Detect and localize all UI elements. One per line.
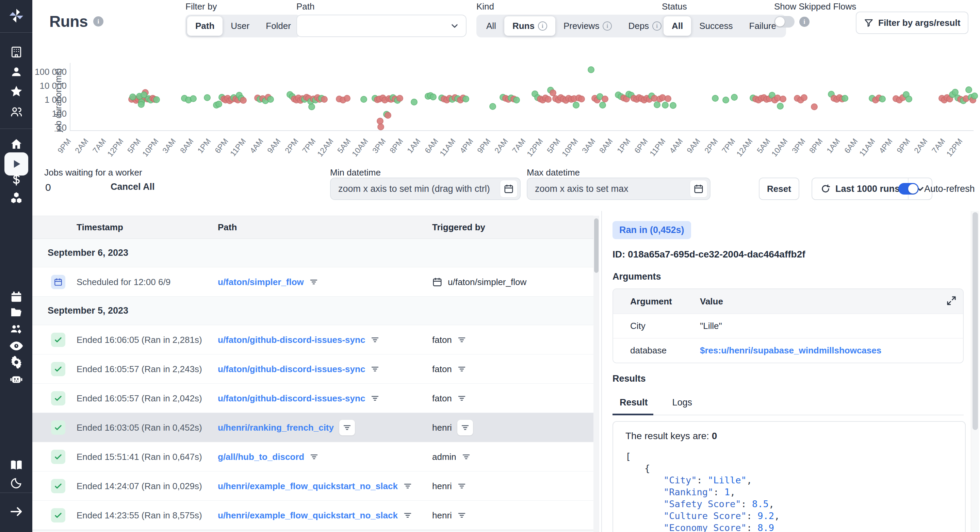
success-run-dot[interactable] bbox=[573, 102, 579, 108]
sidebar-item-user-groups[interactable] bbox=[0, 104, 32, 120]
triggered-by-filter-button[interactable] bbox=[457, 482, 466, 491]
success-run-dot[interactable] bbox=[153, 96, 160, 103]
success-run-dot[interactable] bbox=[430, 94, 437, 100]
sidebar-item-schedules[interactable] bbox=[0, 289, 32, 305]
cancel-all-button[interactable]: Cancel All bbox=[111, 182, 155, 192]
failure-run-dot[interactable] bbox=[321, 96, 328, 103]
success-run-dot[interactable] bbox=[731, 94, 738, 101]
success-run-dot[interactable] bbox=[722, 97, 729, 103]
success-run-dot[interactable] bbox=[308, 103, 315, 110]
filter-lines-icon[interactable] bbox=[457, 511, 466, 520]
success-run-dot[interactable] bbox=[966, 86, 972, 93]
failure-run-dot[interactable] bbox=[377, 124, 384, 130]
run-path-link[interactable]: u/henri/example_flow_quickstart_no_slack bbox=[218, 481, 398, 492]
failure-run-dot[interactable] bbox=[385, 112, 391, 119]
auto-refresh-toggle[interactable] bbox=[898, 183, 919, 195]
failure-run-dot[interactable] bbox=[396, 95, 403, 102]
failure-run-dot[interactable] bbox=[240, 97, 247, 104]
sidebar-item-star[interactable] bbox=[0, 83, 32, 100]
last-runs-button[interactable]: Last 1000 runs bbox=[812, 178, 908, 199]
filter-lines-icon[interactable] bbox=[461, 423, 469, 432]
filter-by-option-folder[interactable]: Folder bbox=[258, 16, 299, 36]
failure-run-dot[interactable] bbox=[780, 95, 786, 102]
show-skipped-info-icon[interactable]: i bbox=[799, 17, 810, 27]
path-filter-button[interactable] bbox=[403, 482, 412, 491]
run-path-link[interactable]: g/all/hub_to_discord bbox=[218, 452, 304, 462]
panel-scrollbar-thumb[interactable] bbox=[972, 212, 978, 430]
success-run-dot[interactable] bbox=[138, 101, 145, 108]
success-run-dot[interactable] bbox=[190, 95, 197, 102]
status-option-success[interactable]: Success bbox=[691, 16, 741, 36]
tab-result[interactable]: Result bbox=[617, 395, 650, 414]
min-datetime-calendar-button[interactable] bbox=[500, 180, 517, 198]
path-filter-button[interactable] bbox=[309, 278, 318, 286]
triggered-by-filter-button[interactable] bbox=[457, 511, 466, 520]
success-run-dot[interactable] bbox=[879, 95, 886, 102]
failure-run-dot[interactable] bbox=[578, 95, 585, 102]
tab-logs[interactable]: Logs bbox=[670, 395, 695, 414]
success-run-dot[interactable] bbox=[971, 92, 978, 99]
success-run-dot[interactable] bbox=[842, 95, 848, 102]
sidebar-item-workspace[interactable] bbox=[0, 44, 32, 60]
triggered-by-filter-button[interactable] bbox=[457, 365, 466, 373]
failure-run-dot[interactable] bbox=[665, 95, 671, 102]
success-run-dot[interactable] bbox=[712, 95, 719, 102]
run-row[interactable]: Ended 15:51:41 (Ran in 0,647s)g/all/hub_… bbox=[32, 442, 593, 472]
runs-kind-info-icon[interactable]: i bbox=[538, 21, 547, 31]
windmill-logo-icon[interactable] bbox=[0, 8, 32, 24]
run-path-link[interactable]: u/henri/example_flow_quickstart_no_slack bbox=[218, 510, 398, 521]
status-option-all[interactable]: All bbox=[663, 16, 691, 36]
sidebar-item-home[interactable] bbox=[0, 136, 32, 152]
success-run-dot[interactable] bbox=[588, 66, 595, 73]
success-run-dot[interactable] bbox=[267, 96, 274, 103]
max-datetime-calendar-button[interactable] bbox=[690, 180, 708, 198]
filter-lines-icon[interactable] bbox=[457, 365, 466, 373]
filter-by-args-result-button[interactable]: Filter by args/result bbox=[856, 11, 969, 34]
chart-plot[interactable] bbox=[70, 63, 974, 131]
filter-by-option-path[interactable]: Path bbox=[187, 16, 223, 36]
triggered-by-filter-button[interactable] bbox=[457, 420, 473, 435]
filter-lines-icon[interactable] bbox=[457, 482, 466, 491]
run-row[interactable]: Ended 14:23:55 (Ran in 8,575s)u/henri/ex… bbox=[32, 501, 593, 530]
min-datetime-input[interactable]: zoom x axis to set min (drag with ctrl) bbox=[330, 178, 520, 200]
kind-option-all[interactable]: All bbox=[478, 16, 504, 36]
failure-run-dot[interactable] bbox=[344, 95, 350, 102]
expand-icon[interactable] bbox=[946, 295, 957, 308]
table-scrollbar-thumb[interactable] bbox=[594, 218, 598, 273]
path-filter-button[interactable] bbox=[371, 394, 379, 403]
failure-run-dot[interactable] bbox=[545, 96, 552, 103]
success-run-dot[interactable] bbox=[463, 95, 469, 102]
sidebar-item-user[interactable] bbox=[0, 64, 32, 80]
run-path-link[interactable]: u/henri/ranking_french_city bbox=[218, 422, 334, 433]
reset-button[interactable]: Reset bbox=[759, 178, 799, 200]
run-row[interactable]: Ended 14:24:07 (Ran in 0,029s)u/henri/ex… bbox=[32, 472, 593, 501]
run-path-link[interactable]: u/faton/simpler_flow bbox=[218, 277, 304, 287]
max-datetime-input[interactable]: zoom x axis to set max bbox=[527, 178, 711, 200]
sidebar-item-workers[interactable] bbox=[0, 371, 32, 387]
success-run-dot[interactable] bbox=[670, 102, 676, 109]
sidebar-item-dark-mode[interactable] bbox=[0, 475, 32, 491]
failure-run-dot[interactable] bbox=[801, 94, 808, 101]
sidebar-item-docs[interactable] bbox=[0, 457, 32, 473]
previews-info-icon[interactable]: i bbox=[603, 21, 612, 31]
success-run-dot[interactable] bbox=[360, 96, 367, 103]
success-run-dot[interactable] bbox=[513, 97, 520, 103]
run-row[interactable]: Ended 16:06:05 (Ran in 2,281s)u/faton/gi… bbox=[32, 325, 593, 354]
success-run-dot[interactable] bbox=[204, 94, 211, 101]
path-filter-button[interactable] bbox=[371, 335, 379, 344]
success-run-dot[interactable] bbox=[905, 95, 912, 102]
success-run-dot[interactable] bbox=[411, 98, 417, 105]
filter-lines-icon[interactable] bbox=[343, 423, 352, 432]
success-run-dot[interactable] bbox=[654, 102, 660, 108]
triggered-by-filter-button[interactable] bbox=[457, 335, 466, 344]
sidebar-collapse-arrow-icon[interactable] bbox=[0, 503, 32, 520]
kind-option-runs[interactable]: Runsi bbox=[504, 16, 555, 36]
path-filter-button[interactable] bbox=[339, 420, 355, 435]
path-filter-button[interactable] bbox=[310, 453, 318, 461]
filter-lines-icon[interactable] bbox=[462, 453, 471, 461]
failure-run-dot[interactable] bbox=[601, 95, 608, 102]
sidebar-item-group-settings[interactable] bbox=[0, 321, 32, 337]
argument-value[interactable]: $res:u/henri/supabase_windmillshowcases bbox=[700, 345, 881, 356]
success-run-dot[interactable] bbox=[129, 94, 136, 100]
kind-option-previews[interactable]: Previewsi bbox=[555, 16, 620, 36]
